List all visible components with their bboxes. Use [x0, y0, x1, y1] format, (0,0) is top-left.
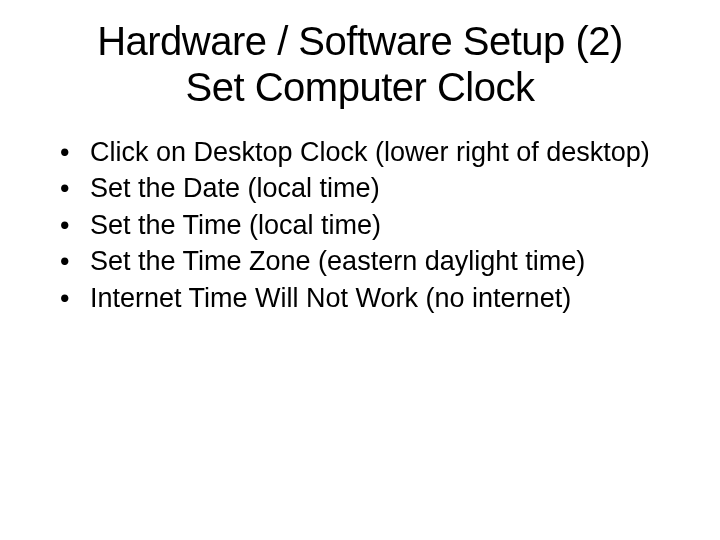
bullet-list: Click on Desktop Clock (lower right of d…	[30, 134, 690, 316]
title-line-2: Set Computer Clock	[186, 65, 535, 109]
list-item: Set the Time Zone (eastern daylight time…	[60, 243, 690, 279]
list-item: Click on Desktop Clock (lower right of d…	[60, 134, 690, 170]
list-item: Set the Date (local time)	[60, 170, 690, 206]
list-item: Internet Time Will Not Work (no internet…	[60, 280, 690, 316]
list-item: Set the Time (local time)	[60, 207, 690, 243]
title-line-1: Hardware / Software Setup (2)	[97, 19, 623, 63]
slide-title: Hardware / Software Setup (2) Set Comput…	[30, 18, 690, 110]
